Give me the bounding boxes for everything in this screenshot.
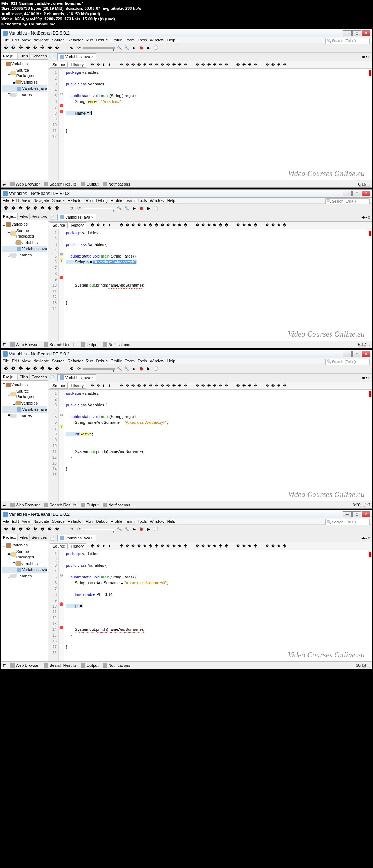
menu-file[interactable]: File: [3, 198, 9, 203]
toolbar-icon[interactable]: ▶: [131, 45, 137, 51]
history-tab[interactable]: History: [69, 62, 86, 68]
editor-toolbar-icon[interactable]: �: [177, 544, 182, 549]
sidetab-projects[interactable]: Proje...: [1, 374, 18, 380]
config-combo[interactable]: [83, 368, 115, 370]
source-tab[interactable]: Source: [50, 543, 68, 549]
editor-toolbar-icon[interactable]: �: [195, 62, 200, 67]
gutter-marks[interactable]: ⊟🔴🔴: [59, 69, 64, 180]
editor-toolbar-icon[interactable]: �: [247, 223, 252, 228]
minimize-button[interactable]: —: [343, 191, 352, 196]
editor-toolbar-icon[interactable]: �: [264, 544, 270, 549]
menu-debug[interactable]: Debug: [96, 519, 107, 523]
tree-project[interactable]: ⊟Variables: [2, 61, 47, 67]
gutter-marks[interactable]: ⊟💡🔴: [59, 229, 64, 341]
editor-toolbar-icon[interactable]: �: [119, 544, 124, 549]
editor-toolbar-icon[interactable]: �: [276, 223, 281, 228]
editor-toolbar-icon[interactable]: �: [177, 62, 182, 67]
toolbar-icon[interactable]: �: [32, 366, 38, 372]
editor-toolbar-icon[interactable]: �: [224, 383, 229, 388]
editor-toolbar-icon[interactable]: �: [95, 544, 101, 549]
menu-refactor[interactable]: Refactor: [68, 519, 83, 523]
close-tab-icon[interactable]: ✕: [91, 376, 94, 379]
code-content[interactable]: package variables;public class Variables…: [64, 69, 372, 180]
code-content[interactable]: package variables;public class Variables…: [64, 390, 372, 501]
start-page-icon[interactable]: 📄: [50, 215, 55, 220]
close-tab-icon[interactable]: ✕: [91, 537, 94, 540]
toolbar-icon[interactable]: ▶: [131, 205, 137, 212]
editor-toolbar-icon[interactable]: �: [171, 383, 176, 388]
toolbar-icon[interactable]: ⟳: [75, 366, 82, 372]
menu-navigate[interactable]: Navigate: [33, 38, 49, 42]
toolbar-icon[interactable]: �: [32, 526, 38, 533]
toolbar-icon[interactable]: 🔧: [123, 45, 130, 51]
editor-toolbar-icon[interactable]: �: [148, 62, 153, 67]
editor-toolbar-icon[interactable]: �: [142, 223, 147, 228]
editor-tab-controls[interactable]: ◀▶▾ ◻: [361, 376, 370, 379]
code-editor[interactable]: 1234567891011121314 ⊟💡🔴 package variable…: [48, 229, 372, 341]
editor-toolbar-icon[interactable]: �: [130, 544, 136, 549]
status-toggle-icon[interactable]: ⇄: [3, 342, 6, 347]
tree-src[interactable]: ⊟Source Packages: [2, 67, 47, 79]
editor-toolbar-icon[interactable]: ⬇: [107, 62, 112, 67]
editor-toolbar-icon[interactable]: �: [136, 544, 141, 549]
menu-edit[interactable]: Edit: [12, 359, 19, 363]
toolbar-icon[interactable]: ▶: [131, 526, 137, 533]
toolbar-icon[interactable]: �: [24, 45, 31, 51]
editor-toolbar-icon[interactable]: �: [171, 544, 176, 549]
editor-toolbar-icon[interactable]: �: [165, 544, 170, 549]
editor-toolbar-icon[interactable]: �: [171, 62, 176, 67]
error-stripe[interactable]: [368, 390, 372, 395]
editor-toolbar-icon[interactable]: �: [154, 62, 159, 67]
toolbar-icon[interactable]: �: [54, 526, 60, 533]
toolbar-icon[interactable]: ▶: [145, 205, 152, 212]
editor-toolbar-icon[interactable]: �: [125, 223, 130, 228]
code-editor[interactable]: 123456789101112131415161718 ⊟🔴🔴 package …: [48, 550, 372, 661]
editor-toolbar-icon[interactable]: �: [95, 62, 101, 67]
close-tab-icon[interactable]: ✕: [91, 216, 94, 219]
editor-toolbar-icon[interactable]: �: [177, 383, 182, 388]
editor-toolbar-icon[interactable]: �: [183, 223, 188, 228]
sidetab-projects[interactable]: Proje...: [1, 213, 18, 220]
editor-toolbar-icon[interactable]: �: [212, 544, 217, 549]
toolbar-icon[interactable]: �: [54, 205, 60, 212]
tree-lib[interactable]: ⊞Libraries: [2, 92, 47, 98]
editor-toolbar-icon[interactable]: �: [264, 223, 270, 228]
editor-toolbar-icon[interactable]: �: [282, 62, 287, 67]
editor-toolbar-icon[interactable]: �: [142, 62, 147, 67]
editor-toolbar-icon[interactable]: �: [235, 223, 240, 228]
menu-debug[interactable]: Debug: [96, 198, 107, 203]
toolbar-icon[interactable]: �: [39, 205, 46, 212]
config-combo[interactable]: [83, 208, 115, 209]
editor-toolbar-icon[interactable]: �: [195, 383, 200, 388]
toolbar-icon[interactable]: �: [3, 526, 9, 533]
menu-file[interactable]: File: [3, 38, 9, 42]
editor-toolbar-icon[interactable]: ⬇: [107, 544, 112, 549]
editor-toolbar-icon[interactable]: �: [264, 62, 270, 67]
sidetab-files[interactable]: Files: [18, 374, 30, 380]
editor-tab[interactable]: Variables.java✕: [57, 53, 96, 60]
toolbar-icon[interactable]: �: [10, 45, 16, 51]
editor-tab-controls[interactable]: ◀▶▾ ◻: [361, 537, 370, 540]
tree-file[interactable]: Variables.java: [2, 567, 47, 573]
editor-toolbar-icon[interactable]: ⬆: [101, 544, 106, 549]
editor-toolbar-icon[interactable]: [259, 544, 264, 549]
menu-window[interactable]: Window: [150, 198, 164, 203]
editor-toolbar-icon[interactable]: [229, 383, 235, 388]
editor-toolbar-icon[interactable]: �: [136, 62, 141, 67]
menu-window[interactable]: Window: [150, 38, 164, 42]
editor-toolbar-icon[interactable]: �: [154, 544, 159, 549]
toolbar-icon[interactable]: [61, 526, 67, 533]
menu-view[interactable]: View: [22, 38, 31, 42]
toolbar-icon[interactable]: �: [10, 205, 16, 212]
editor-toolbar-icon[interactable]: �: [247, 383, 252, 388]
toolbar-icon[interactable]: �: [24, 205, 31, 212]
sidetab-projects[interactable]: Proje...: [1, 53, 18, 59]
toolbar-icon[interactable]: 🔧: [123, 205, 130, 212]
maximize-button[interactable]: ◻: [352, 351, 361, 357]
editor-toolbar-icon[interactable]: �: [241, 383, 246, 388]
editor-toolbar-icon[interactable]: [259, 223, 264, 228]
tree-project[interactable]: ⊟Variables: [2, 542, 47, 548]
menu-edit[interactable]: Edit: [12, 198, 19, 203]
editor-toolbar-icon[interactable]: �: [165, 223, 170, 228]
minimize-button[interactable]: —: [343, 351, 352, 357]
